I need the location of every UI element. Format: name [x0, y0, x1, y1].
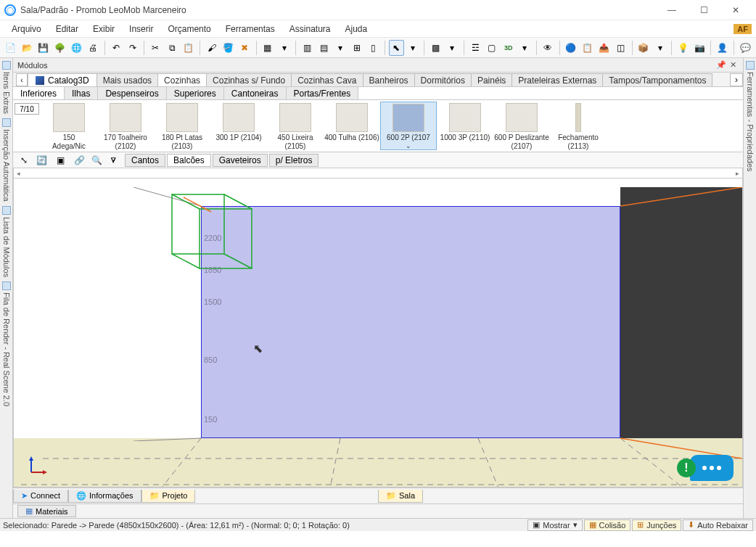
dims-icon[interactable]: ⊞	[349, 40, 364, 56]
row2-gaveteiros[interactable]: Gaveteiros	[213, 154, 268, 167]
camera-icon[interactable]: 📷	[692, 40, 707, 56]
status-juncoes[interactable]: ⊞Junções	[632, 519, 681, 531]
package-icon[interactable]: 📦	[636, 40, 651, 56]
side-lista-modulos[interactable]: Lista de Módulos	[2, 206, 11, 277]
gallery-item[interactable]: 300 1P (2104)	[210, 102, 267, 150]
sphere-icon[interactable]: 🔵	[563, 40, 578, 56]
drop5-icon[interactable]: ▾	[517, 40, 533, 56]
expand-icon[interactable]: ⤡	[16, 152, 32, 168]
drop6-icon[interactable]: ▾	[652, 40, 667, 56]
drop4-icon[interactable]: ▾	[445, 40, 460, 56]
cross-icon[interactable]: ✖	[237, 40, 252, 56]
wall-icon[interactable]: ▤	[316, 40, 332, 56]
subtab-despenseiros[interactable]: Despenseiros	[98, 87, 166, 99]
gallery-item[interactable]: 400 Tulha (2106)	[324, 102, 380, 150]
cut-icon[interactable]: ✂	[148, 40, 163, 56]
menu-arquivo[interactable]: Arquivo	[4, 22, 49, 36]
layers-icon[interactable]: ☲	[468, 40, 483, 56]
menu-inserir[interactable]: Inserir	[122, 22, 160, 36]
cube2-icon[interactable]: ▣	[52, 152, 68, 168]
brush-icon[interactable]: 🖌	[204, 40, 219, 56]
tab-cozinhas[interactable]: Cozinhas	[158, 73, 207, 86]
export-icon[interactable]: 📤	[596, 40, 612, 56]
menu-editar[interactable]: Editar	[49, 22, 86, 36]
drop3-icon[interactable]: ▾	[406, 40, 421, 56]
pattern-icon[interactable]: ▩	[428, 40, 443, 56]
menu-orcamento[interactable]: Orçamento	[160, 22, 218, 36]
tab-paineis[interactable]: Painéis	[472, 73, 512, 86]
panel-close-icon[interactable]: ✕	[727, 60, 739, 70]
tab-tampos[interactable]: Tampos/Tamponamentos	[603, 73, 712, 86]
door-icon[interactable]: ▯	[366, 40, 381, 56]
paste-icon[interactable]: 📋	[181, 40, 197, 56]
tree-icon[interactable]: 🌳	[52, 40, 67, 56]
side-ferramentas[interactable]: Ferramentas - Propriedades	[746, 61, 755, 172]
grid-icon[interactable]: ▦	[260, 40, 275, 56]
gallery-item[interactable]: 180 Pt Latas(2103)	[154, 102, 210, 150]
new-icon[interactable]: 📄	[3, 40, 18, 56]
tab-banheiros[interactable]: Banheiros	[363, 73, 415, 86]
undo-icon[interactable]: ↶	[109, 40, 124, 56]
tab-prev-icon[interactable]: ‹	[16, 73, 28, 86]
subtab-portas[interactable]: Portas/Frentes	[287, 87, 359, 99]
side-insercao[interactable]: Inserção Automática	[2, 118, 11, 202]
row2-cantos[interactable]: Cantos	[125, 154, 165, 167]
row2-balcoes[interactable]: Balcões	[167, 154, 211, 167]
filter-icon[interactable]: ⛛	[106, 152, 122, 168]
status-mostrar[interactable]: ▣Mostrar▾	[527, 519, 582, 531]
viewport-scrollbar[interactable]: ◂▸	[14, 168, 742, 178]
tab-mais-usados[interactable]: Mais usados	[97, 73, 158, 86]
tab-connect[interactable]: ➤Connect	[13, 490, 68, 503]
gallery-item[interactable]: Fechamento(2113)	[550, 102, 607, 150]
row2-eletros[interactable]: p/ Eletros	[269, 154, 319, 167]
pin-icon[interactable]: 📌	[715, 60, 727, 70]
gallery-item[interactable]: 450 Lixeira(2105)	[267, 102, 324, 150]
pointer-icon[interactable]: ⬉	[389, 40, 404, 56]
list-icon[interactable]: 📋	[580, 40, 595, 56]
print-icon[interactable]: 🖨	[86, 40, 101, 56]
catalog3d-tab[interactable]: Catalog3D	[28, 73, 97, 86]
paint-icon[interactable]: 🪣	[221, 40, 236, 56]
user-icon[interactable]: 👤	[715, 40, 730, 56]
subtab-superiores[interactable]: Superiores	[167, 87, 224, 99]
status-colisao[interactable]: ▦Colisão	[584, 519, 631, 531]
close-button[interactable]: ✕	[720, 0, 752, 20]
tab-prateleiras[interactable]: Prateleiras Externas	[512, 73, 603, 86]
globe-icon[interactable]: 🌐	[69, 40, 84, 56]
gallery-item[interactable]: 1000 3P (2110)	[437, 102, 493, 150]
menu-ferramentas[interactable]: Ferramentas	[218, 22, 282, 36]
tab-informacoes[interactable]: 🌐Informações	[68, 490, 141, 503]
chat-widget[interactable]: !	[677, 455, 734, 481]
side-fila-render[interactable]: Fila de Render - Real Scene 2.0	[2, 281, 11, 406]
save-icon[interactable]: 💾	[36, 40, 52, 56]
3d-icon[interactable]: 3D	[501, 40, 516, 56]
subtab-cantoneiras[interactable]: Cantoneiras	[224, 87, 287, 99]
menu-ajuda[interactable]: Ajuda	[338, 22, 375, 36]
box-icon[interactable]: ▢	[485, 40, 500, 56]
gallery-item[interactable]: 170 Toalheiro(2102)	[97, 102, 154, 150]
bulb-icon[interactable]: 💡	[675, 40, 691, 56]
window-icon[interactable]: ◫	[613, 40, 628, 56]
gallery-item[interactable]: 600 P Deslizante(2107)	[493, 102, 550, 150]
search-icon[interactable]: 🔍	[89, 152, 104, 168]
minimize-button[interactable]: ―	[656, 0, 688, 20]
drop1-icon[interactable]: ▾	[276, 40, 292, 56]
status-auto-rebaixar[interactable]: ⬇Auto Rebaixar	[683, 519, 753, 531]
chat-icon[interactable]: 💬	[738, 40, 753, 56]
subtab-ilhas[interactable]: Ilhas	[65, 87, 98, 99]
tab-cozinhas-cava[interactable]: Cozinhas Cava	[292, 73, 363, 86]
open-icon[interactable]: 📂	[20, 40, 35, 56]
link-icon[interactable]: 🔗	[71, 152, 87, 168]
side-itens-extras[interactable]: Itens Extras	[2, 61, 11, 114]
gallery-item[interactable]: 150Adega/Nic	[41, 102, 97, 150]
redo-icon[interactable]: ↷	[125, 40, 140, 56]
eye-icon[interactable]: 👁	[541, 40, 556, 56]
tab-cozinhas-sf[interactable]: Cozinhas s/ Fundo	[207, 73, 292, 86]
tab-materiais[interactable]: ▦Materiais	[17, 505, 76, 517]
subtab-inferiores[interactable]: Inferiores	[13, 87, 65, 99]
gallery-item-selected[interactable]: 600 2P (2107⌄	[380, 102, 437, 150]
layout-icon[interactable]: ▥	[300, 40, 315, 56]
maximize-button[interactable]: ☐	[688, 0, 720, 20]
tab-projeto[interactable]: 📁Projeto	[141, 490, 196, 503]
copy-icon[interactable]: ⧉	[165, 40, 180, 56]
